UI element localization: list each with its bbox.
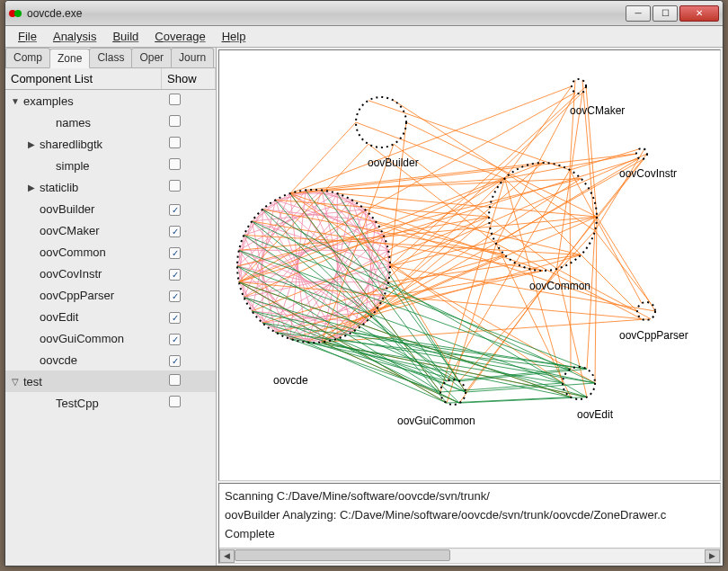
show-checkbox[interactable]: ✓ — [169, 247, 181, 259]
tree-item-label: oovCovInstr — [38, 267, 162, 281]
svg-line-201 — [290, 339, 563, 383]
show-checkbox[interactable]: ✓ — [169, 334, 181, 345]
component-tree[interactable]: ▼examplesnames▶sharedlibgtksimple▶static… — [5, 90, 216, 566]
tab-comp[interactable]: Comp — [5, 48, 50, 67]
tree-row[interactable]: oovCommon✓ — [5, 241, 216, 263]
zone-graph-canvas[interactable]: oovBuilderoovCMakeroovCovInstroovCommono… — [218, 49, 721, 481]
tree-item-label: oovcde — [38, 353, 162, 367]
left-panel: Comp Zone Class Oper Journ Component Lis… — [5, 48, 217, 566]
show-checkbox[interactable]: ✓ — [169, 226, 181, 237]
log-line: Complete — [225, 525, 715, 544]
tree-row[interactable]: oovEdit✓ — [5, 306, 216, 327]
tree-row[interactable]: oovBuilder✓ — [5, 198, 216, 219]
menubar: File Analysis Build Coverage Help — [5, 26, 723, 48]
svg-line-208 — [239, 250, 571, 369]
show-checkbox[interactable] — [169, 94, 181, 105]
tree-item-label: oovEdit — [38, 310, 162, 324]
tree-header: Component List Show — [5, 68, 216, 90]
node-label: oovEdit — [577, 408, 613, 421]
show-checkbox[interactable]: ✓ — [169, 290, 181, 302]
tab-class[interactable]: Class — [89, 48, 132, 67]
show-checkbox[interactable] — [169, 137, 181, 148]
svg-line-132 — [582, 80, 595, 230]
scroll-left-icon[interactable]: ◀ — [219, 549, 235, 563]
maximize-button[interactable]: ☐ — [653, 5, 678, 22]
tree-item-label: simple — [54, 159, 162, 173]
tree-row[interactable]: ▽test — [5, 370, 216, 392]
close-button[interactable]: ✕ — [679, 5, 719, 22]
show-checkbox[interactable] — [169, 180, 181, 192]
expand-icon[interactable]: ▶ — [25, 183, 38, 192]
tree-item-label: TestCpp — [54, 397, 162, 410]
show-checkbox[interactable] — [169, 396, 181, 407]
tree-row[interactable]: ▼examples — [5, 90, 216, 112]
node-label: oovCppParser — [619, 329, 688, 342]
tab-oper[interactable]: Oper — [131, 48, 172, 67]
svg-line-120 — [356, 122, 505, 179]
svg-line-137 — [597, 154, 647, 217]
log-panel[interactable]: Scanning C:/Dave/Mine/software/oovcde/sv… — [218, 483, 721, 564]
svg-line-142 — [595, 149, 644, 231]
show-checkbox[interactable]: ✓ — [169, 204, 181, 216]
node-label: oovCMaker — [570, 104, 625, 117]
tree-item-label: test — [22, 375, 162, 388]
menu-help[interactable]: Help — [215, 28, 253, 45]
expand-icon[interactable]: ▶ — [25, 139, 38, 149]
node-label: oovCommon — [529, 280, 590, 292]
tree-row[interactable]: ▶staticlib — [5, 176, 216, 198]
tree-row[interactable]: oovCMaker✓ — [5, 219, 216, 241]
log-line: Scanning C:/Dave/Mine/software/oovcde/sv… — [225, 487, 715, 506]
node-label: oovCovInstr — [619, 167, 677, 180]
show-checkbox[interactable] — [169, 115, 181, 127]
tab-zone[interactable]: Zone — [49, 49, 90, 68]
tree-item-label: staticlib — [38, 181, 162, 194]
svg-line-161 — [570, 170, 571, 369]
menu-build[interactable]: Build — [105, 28, 146, 45]
expand-icon[interactable]: ▽ — [9, 377, 22, 387]
tree-row[interactable]: TestCpp — [5, 392, 216, 414]
show-checkbox[interactable]: ✓ — [169, 269, 181, 281]
tree-row[interactable]: names — [5, 112, 216, 133]
expand-icon[interactable]: ▼ — [9, 96, 22, 106]
menu-analysis[interactable]: Analysis — [46, 28, 103, 45]
tree-item-label: oovCMaker — [38, 224, 162, 237]
col-header-show[interactable]: Show — [162, 68, 216, 89]
log-hscrollbar[interactable]: ◀ ▶ — [219, 548, 720, 563]
window-title: oovcde.exe — [27, 7, 626, 20]
window-controls: ─ ☐ ✕ — [626, 5, 719, 22]
show-checkbox[interactable] — [169, 158, 181, 170]
svg-line-152 — [595, 231, 651, 304]
log-line: oovBuilder Analyzing: C:/Dave/Mine/softw… — [225, 506, 715, 525]
scroll-thumb[interactable] — [235, 549, 450, 561]
tab-journ[interactable]: Journ — [171, 48, 214, 67]
svg-point-219 — [572, 79, 586, 94]
tree-row[interactable]: oovGuiCommon✓ — [5, 327, 216, 349]
scroll-right-icon[interactable]: ▶ — [705, 549, 720, 563]
right-column: oovBuilderoovCMakeroovCovInstroovCommono… — [217, 48, 723, 566]
tree-row[interactable]: simple — [5, 155, 216, 176]
svg-line-171 — [447, 170, 570, 381]
col-header-name[interactable]: Component List — [5, 68, 162, 89]
app-window: oovcde.exe ─ ☐ ✕ File Analysis Build Cov… — [4, 0, 724, 567]
svg-line-197 — [352, 333, 588, 370]
menu-coverage[interactable]: Coverage — [147, 28, 212, 45]
show-checkbox[interactable]: ✓ — [169, 312, 181, 324]
minimize-button[interactable]: ─ — [626, 5, 651, 22]
tree-item-label: oovCommon — [38, 245, 162, 259]
tree-row[interactable]: oovcde✓ — [5, 349, 216, 370]
node-label: oovcde — [273, 374, 308, 387]
show-checkbox[interactable]: ✓ — [169, 355, 181, 367]
tree-row[interactable]: oovCovInstr✓ — [5, 263, 216, 284]
tree-row[interactable]: ▶sharedlibgtk — [5, 133, 216, 155]
tab-strip: Comp Zone Class Oper Journ — [5, 48, 216, 68]
show-checkbox[interactable] — [169, 374, 181, 386]
titlebar[interactable]: oovcde.exe ─ ☐ ✕ — [5, 1, 723, 26]
tree-item-label: oovGuiCommon — [38, 332, 162, 345]
tree-item-label: oovCppParser — [38, 289, 162, 302]
svg-point-222 — [637, 302, 655, 320]
tree-row[interactable]: oovCppParser✓ — [5, 284, 216, 306]
main-content: Comp Zone Class Oper Journ Component Lis… — [5, 48, 723, 566]
node-label: oovBuilder — [368, 156, 419, 169]
scroll-track[interactable] — [235, 549, 705, 563]
menu-file[interactable]: File — [11, 28, 44, 45]
